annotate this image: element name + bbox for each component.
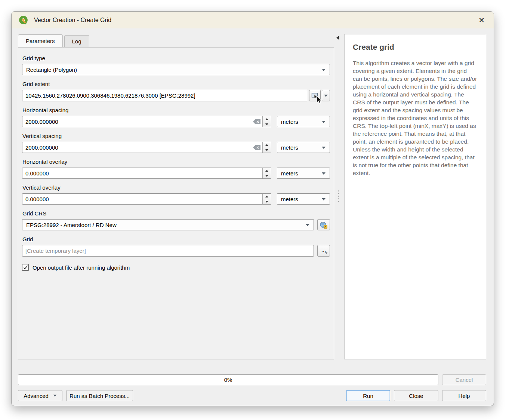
chevron-down-icon (322, 69, 325, 71)
parameters-pane: Grid type Rectangle (Polygon) Grid exten… (18, 47, 334, 359)
close-icon[interactable]: ✕ (476, 16, 487, 25)
vertical-overlay-label: Vertical overlay (22, 184, 330, 191)
spinner (262, 194, 271, 204)
spin-up-button[interactable] (263, 116, 271, 122)
progress-bar: 0% (18, 374, 438, 385)
select-crs-button[interactable] (317, 219, 330, 230)
ellipsis-label: ... (321, 246, 326, 253)
grid-type-select[interactable]: Rectangle (Polygon) (22, 64, 330, 75)
spin-down-button[interactable] (263, 122, 271, 127)
crs-globe-icon (320, 221, 328, 229)
spin-up-button[interactable] (263, 194, 271, 199)
grid-output-label: Grid (22, 236, 330, 242)
clear-field-button[interactable] (253, 119, 261, 125)
open-output-label: Open output file after running algorithm (33, 264, 130, 271)
chevron-down-icon (306, 224, 309, 226)
spinner (262, 116, 271, 127)
vertical-overlay-unit-select[interactable]: meters (277, 193, 330, 205)
open-output-checkbox[interactable] (22, 264, 29, 271)
unit-value: meters (281, 170, 298, 177)
tab-bar: Parameters Log (18, 35, 91, 47)
cancel-button: Cancel (442, 374, 486, 385)
run-as-batch-button[interactable]: Run as Batch Process... (66, 390, 133, 401)
grid-crs-label: Grid CRS (22, 210, 330, 217)
collapse-panel-arrow-icon[interactable] (336, 36, 339, 40)
clear-icon (253, 119, 261, 125)
grid-type-label: Grid type (22, 55, 330, 61)
chevron-down-icon (324, 95, 328, 97)
run-button[interactable]: Run (346, 390, 390, 401)
spinner (262, 142, 271, 153)
spin-down-button[interactable] (263, 147, 271, 153)
grid-type-value: Rectangle (Polygon) (26, 67, 77, 73)
window-title: Vector Creation - Create Grid (34, 17, 111, 24)
horizontal-spacing-label: Horizontal spacing (22, 107, 330, 113)
spinner (262, 168, 271, 178)
horizontal-overlay-value: 0.000000 (22, 170, 262, 177)
grid-crs-value: EPSG:28992 - Amersfoort / RD New (26, 222, 117, 228)
chevron-down-icon (325, 252, 328, 254)
unit-value: meters (281, 144, 298, 151)
help-button[interactable]: Help (442, 390, 486, 401)
grid-crs-select[interactable]: EPSG:28992 - Amersfoort / RD New (22, 219, 314, 230)
spin-down-button[interactable] (263, 173, 271, 178)
title-bar: Vector Creation - Create Grid ✕ (12, 12, 494, 28)
vertical-spacing-label: Vertical spacing (22, 133, 330, 139)
spin-up-button[interactable] (263, 168, 271, 173)
vertical-overlay-spinbox[interactable]: 0.000000 (22, 193, 271, 205)
grid-output-input[interactable] (22, 245, 314, 257)
help-body-text: This algorithm creates a vector layer wi… (353, 59, 478, 177)
vertical-spacing-spinbox[interactable]: 2000.000000 (22, 142, 271, 153)
mouse-cursor (315, 96, 324, 105)
horizontal-spacing-value: 2000.000000 (22, 119, 253, 125)
chevron-down-icon (322, 172, 325, 175)
grid-extent-label: Grid extent (22, 81, 330, 87)
spin-down-button[interactable] (263, 199, 271, 204)
horizontal-spacing-spinbox[interactable]: 2000.000000 (22, 116, 271, 127)
spin-up-button[interactable] (263, 142, 271, 147)
splitter-handle[interactable] (338, 190, 339, 202)
check-icon (23, 265, 28, 270)
unit-value: meters (281, 196, 298, 202)
chevron-down-icon (322, 121, 325, 123)
vertical-overlay-value: 0.000000 (22, 196, 262, 202)
unit-value: meters (281, 119, 298, 125)
help-title: Create grid (353, 43, 478, 52)
qgis-logo-icon (18, 15, 28, 25)
grid-output-browse-button[interactable]: ... (317, 245, 330, 257)
chevron-down-icon (322, 147, 325, 149)
chevron-down-icon (53, 395, 57, 396)
clear-field-button[interactable] (253, 145, 261, 150)
tab-parameters[interactable]: Parameters (18, 34, 63, 47)
vertical-spacing-value: 2000.000000 (22, 144, 253, 151)
vertical-spacing-unit-select[interactable]: meters (277, 142, 330, 153)
advanced-label: Advanced (24, 393, 49, 399)
advanced-button[interactable]: Advanced (18, 390, 62, 401)
tab-log[interactable]: Log (64, 35, 89, 47)
chevron-down-icon (322, 198, 325, 200)
clear-icon (253, 145, 261, 150)
progress-percent: 0% (224, 377, 232, 383)
create-grid-dialog: Vector Creation - Create Grid ✕ Paramete… (11, 11, 494, 406)
help-panel: Create grid This algorithm creates a vec… (344, 34, 486, 359)
close-button[interactable]: Close (394, 390, 438, 401)
horizontal-overlay-unit-select[interactable]: meters (277, 168, 330, 179)
grid-extent-input[interactable] (22, 90, 307, 101)
horizontal-overlay-spinbox[interactable]: 0.000000 (22, 168, 271, 179)
horizontal-overlay-label: Horizontal overlay (22, 159, 330, 165)
horizontal-spacing-unit-select[interactable]: meters (277, 116, 330, 127)
